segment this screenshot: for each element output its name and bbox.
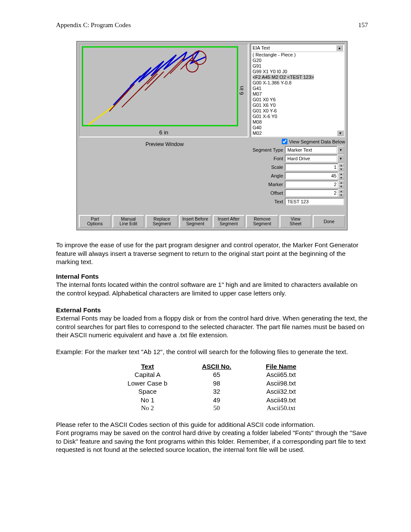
scroll-down-button[interactable]: ▼ <box>337 130 344 136</box>
text-input[interactable]: TEST 123 <box>285 198 344 205</box>
eia-textbox[interactable]: ( Rectangle - Piece ) G20 G91 G99 X1 Y0 … <box>250 52 345 137</box>
table-row: No 250Ascii50.txt <box>110 404 314 413</box>
table-row: Capital A65Ascii65.txt <box>110 370 314 379</box>
remove-segment-button[interactable]: Remove Segment <box>246 215 278 228</box>
page-header: Appendix C: Program Codes 157 <box>56 22 368 29</box>
part-options-button[interactable]: Part Options <box>79 215 111 228</box>
paragraph: The internal fonts located within the co… <box>56 281 358 297</box>
paragraph: External Fonts may be loaded from a flop… <box>56 314 367 339</box>
paragraph: Example: For the marker text "Ab 12", th… <box>56 348 368 356</box>
svg-rect-0 <box>82 47 237 126</box>
table-row: Lower Case b98Ascii98.txt <box>110 379 314 388</box>
segment-form: Segment Type Marker Text ▼ Font Hard Dri… <box>250 145 347 206</box>
marker-input[interactable]: 2 <box>285 180 338 188</box>
view-segment-check-row: View Segment Data Below <box>250 137 347 145</box>
app-window: 6 in 6 in EIA Text ▲ ( Rectangle - Piece… <box>76 41 348 230</box>
insert-before-segment-button[interactable]: Insert Before Segment <box>179 215 212 228</box>
font-select[interactable]: Hard Drive <box>285 155 337 162</box>
angle-label: Angle <box>250 173 285 178</box>
header-left: Appendix C: Program Codes <box>56 22 131 29</box>
ascii-table: Text ASCII No. File Name Capital A65Asci… <box>110 362 314 413</box>
dropdown-arrow-icon[interactable]: ▼ <box>337 146 344 154</box>
angle-input[interactable]: 45 <box>285 172 338 180</box>
preview-dim-y: 6 in <box>238 86 245 95</box>
preview-pane: 6 in 6 in <box>79 44 249 137</box>
offset-input[interactable]: 2 <box>285 189 338 197</box>
eia-pane: EIA Text ▲ ( Rectangle - Piece ) G20 G91… <box>250 44 345 137</box>
text-label: Text <box>250 199 285 204</box>
scale-label: Scale <box>250 165 285 170</box>
paragraph: Please refer to the ASCII Codes section … <box>56 420 368 429</box>
segment-type-select[interactable]: Marker Text <box>285 146 337 154</box>
col-filename: File Name <box>249 362 314 371</box>
eia-title-bar: EIA Text ▲ <box>250 44 345 52</box>
eia-title: EIA Text <box>252 45 270 50</box>
scale-input[interactable]: 1 <box>285 163 338 171</box>
paragraph: Font programs may be saved on the contro… <box>56 429 368 454</box>
toolpath-drawing <box>80 44 248 137</box>
eia-highlighted-line: <F2 A45 M2 O2 <TEST 123> <box>252 75 314 80</box>
segment-type-label: Segment Type <box>250 147 285 152</box>
insert-after-segment-button[interactable]: Insert After Segment <box>213 215 245 228</box>
internal-fonts-heading: Internal Fonts <box>56 273 99 280</box>
table-header-row: Text ASCII No. File Name <box>110 362 314 371</box>
external-fonts-heading: External Fonts <box>56 306 101 314</box>
offset-spinner[interactable]: ▲▼ <box>338 189 344 197</box>
button-bar: Part Options Manual Line Edit Replace Se… <box>77 213 347 230</box>
header-page-number: 157 <box>358 22 368 29</box>
col-ascii-no: ASCII No. <box>185 362 249 371</box>
angle-spinner[interactable]: ▲▼ <box>338 172 344 180</box>
scale-spinner[interactable]: ▲▼ <box>338 163 344 171</box>
view-segment-label: View Segment Data Below <box>289 139 345 144</box>
done-button[interactable]: Done <box>313 215 345 228</box>
table-row: No 149Ascii49.txt <box>110 396 314 404</box>
view-segment-checkbox[interactable] <box>282 139 287 144</box>
dropdown-arrow-icon[interactable]: ▼ <box>337 155 344 162</box>
view-sheet-button[interactable]: View Sheet <box>280 215 312 228</box>
col-text: Text <box>110 362 185 371</box>
marker-label: Marker <box>250 182 285 187</box>
replace-segment-button[interactable]: Replace Segment <box>146 215 178 228</box>
body-text: To improve the ease of use for the part … <box>56 241 368 454</box>
font-label: Font <box>250 156 285 161</box>
offset-label: Offset <box>250 190 285 196</box>
scroll-up-button[interactable]: ▲ <box>336 45 343 51</box>
table-row: Space32Ascii32.txt <box>110 387 314 396</box>
preview-dim-x: 6 in <box>159 129 168 136</box>
manual-line-edit-button[interactable]: Manual Line Edit <box>112 215 145 228</box>
paragraph: To improve the ease of use for the part … <box>56 241 368 266</box>
svg-line-1 <box>88 103 118 125</box>
marker-spinner[interactable]: ▲▼ <box>338 180 344 188</box>
